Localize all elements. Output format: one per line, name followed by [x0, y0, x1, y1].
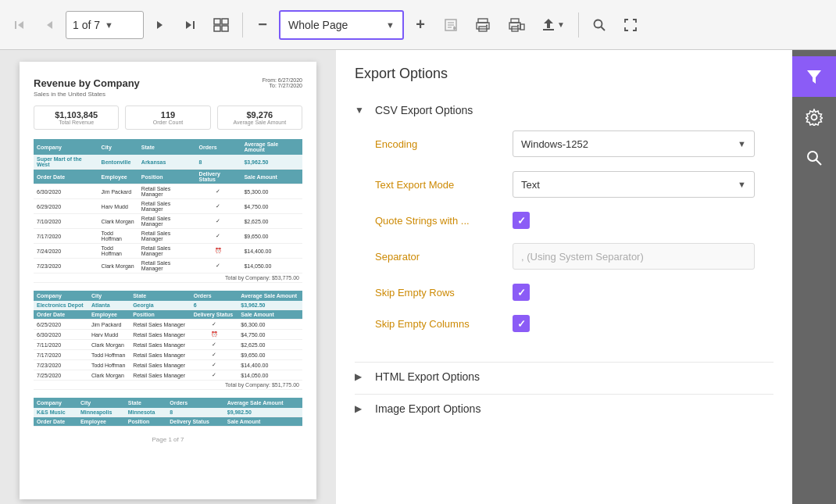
prev-page-button[interactable] — [36, 11, 63, 39]
quote-strings-check: ✓ — [517, 215, 526, 227]
first-page-button[interactable] — [6, 11, 33, 39]
multipage-icon — [213, 18, 229, 32]
text-export-mode-value: Text — [521, 179, 540, 191]
print-layout-button[interactable] — [501, 11, 532, 39]
svg-rect-15 — [478, 19, 488, 23]
svg-rect-7 — [222, 19, 228, 24]
svg-point-18 — [486, 24, 488, 26]
print-button[interactable] — [468, 11, 498, 39]
svg-point-22 — [517, 24, 519, 26]
quote-strings-label: Quote Strings with ... — [375, 215, 500, 227]
image-export-header[interactable]: ▶ Image Export Options — [355, 394, 773, 423]
svg-rect-25 — [543, 29, 554, 30]
print-icon — [475, 18, 491, 32]
svg-marker-24 — [544, 19, 553, 28]
image-expand-icon: ▶ — [355, 403, 367, 414]
export-button[interactable]: ▼ — [535, 11, 572, 39]
separator-input[interactable]: , (Using System Separator) — [513, 243, 755, 270]
svg-rect-0 — [15, 21, 16, 29]
text-export-mode-select[interactable]: Text ▼ — [513, 171, 755, 198]
settings-icon — [806, 109, 823, 126]
fullscreen-button[interactable] — [616, 11, 645, 39]
html-expand-icon: ▶ — [355, 371, 367, 382]
filter-icon — [806, 68, 823, 85]
metric-order-count: 119 Order Count — [125, 105, 210, 130]
text-export-mode-row: Text Export Mode Text ▼ — [375, 171, 773, 198]
skip-empty-rows-check: ✓ — [517, 287, 526, 298]
next-page-button[interactable] — [147, 11, 173, 39]
encoding-select[interactable]: Windows-1252 ▼ — [513, 130, 755, 157]
encoding-arrow: ▼ — [738, 139, 746, 148]
toolbar-sep-2 — [578, 13, 579, 38]
icon-sidebar — [792, 50, 836, 504]
image-export-label: Image Export Options — [375, 402, 481, 415]
svg-rect-4 — [193, 21, 195, 29]
skip-empty-rows-row: Skip Empty Rows ✓ — [375, 284, 773, 301]
skip-empty-columns-check: ✓ — [517, 318, 526, 330]
prev-page-icon — [44, 20, 55, 30]
separator-placeholder: , (Using System Separator) — [521, 251, 644, 263]
preview-page: From: 6/27/2020 To: 7/27/2020 Revenue by… — [20, 62, 316, 499]
svg-line-27 — [601, 27, 605, 30]
svg-rect-20 — [509, 23, 520, 29]
encoding-value: Windows-1252 — [521, 138, 588, 150]
next-page-icon — [155, 20, 166, 30]
export-icon — [542, 18, 555, 32]
zoom-in-button[interactable]: + — [407, 11, 434, 39]
csv-export-label: CSV Export Options — [375, 104, 473, 116]
svg-marker-5 — [186, 21, 191, 29]
search-icon — [592, 18, 606, 32]
sidebar-search-button[interactable] — [792, 138, 836, 178]
svg-point-29 — [812, 115, 817, 120]
page-selector[interactable]: 1 of 7 ▼ — [66, 11, 144, 39]
quote-strings-row: Quote Strings with ... ✓ — [375, 212, 773, 229]
svg-rect-19 — [511, 19, 519, 23]
search-button[interactable] — [585, 11, 613, 39]
multipage-view-button[interactable] — [206, 11, 236, 39]
page-label: 1 of 7 — [73, 19, 100, 31]
page-dropdown-arrow: ▼ — [105, 20, 113, 30]
fullscreen-icon — [623, 18, 638, 32]
csv-expand-icon: ▼ — [355, 105, 367, 116]
whole-page-selector[interactable]: Whole Page ▼ — [279, 10, 404, 40]
skip-empty-rows-checkbox[interactable]: ✓ — [513, 284, 530, 301]
company-table-2: CompanyCityStateOrdersAverage Sale Amoun… — [34, 291, 302, 390]
csv-export-section: ▼ CSV Export Options Encoding Windows-12… — [355, 96, 773, 359]
quote-strings-checkbox[interactable]: ✓ — [513, 212, 530, 229]
svg-marker-2 — [47, 21, 52, 29]
encoding-row: Encoding Windows-1252 ▼ — [375, 130, 773, 157]
svg-marker-28 — [807, 70, 821, 84]
report-subtitle: Sales in the United States — [34, 91, 302, 98]
sidebar-settings-button[interactable] — [792, 97, 836, 138]
text-export-mode-arrow: ▼ — [738, 180, 746, 189]
svg-rect-8 — [214, 26, 220, 31]
html-export-header[interactable]: ▶ HTML Export Options — [355, 362, 773, 391]
last-page-button[interactable] — [177, 11, 203, 39]
sidebar-filter-button[interactable] — [792, 56, 836, 97]
encoding-label: Encoding — [375, 138, 500, 150]
metric-total-revenue: $1,103,845 Total Revenue — [34, 105, 119, 130]
edit-icon — [444, 18, 458, 32]
edit-button[interactable] — [437, 11, 465, 39]
toolbar: 1 of 7 ▼ − Whole Page ▼ + — [0, 0, 836, 50]
export-dropdown-arrow: ▼ — [557, 20, 565, 29]
skip-empty-columns-label: Skip Empty Columns — [375, 318, 500, 330]
svg-rect-23 — [520, 24, 524, 30]
svg-point-26 — [594, 20, 602, 27]
svg-rect-9 — [222, 26, 228, 31]
separator-label: Separator — [375, 251, 500, 263]
toolbar-sep-1 — [242, 13, 243, 38]
svg-rect-6 — [214, 19, 220, 24]
zoom-out-button[interactable]: − — [249, 11, 276, 39]
skip-empty-columns-checkbox[interactable]: ✓ — [513, 315, 530, 332]
preview-pane: From: 6/27/2020 To: 7/27/2020 Revenue by… — [0, 50, 336, 504]
panel-title: Export Options — [355, 66, 773, 82]
search-side-icon — [806, 149, 823, 166]
html-export-label: HTML Export Options — [375, 370, 480, 383]
svg-marker-1 — [18, 21, 23, 29]
text-export-mode-label: Text Export Mode — [375, 179, 500, 191]
csv-export-header[interactable]: ▼ CSV Export Options — [355, 96, 773, 124]
separator-row: Separator , (Using System Separator) — [375, 243, 773, 270]
company-table-3: CompanyCityStateOrdersAverage Sale Amoun… — [34, 398, 302, 427]
svg-line-31 — [816, 160, 822, 166]
